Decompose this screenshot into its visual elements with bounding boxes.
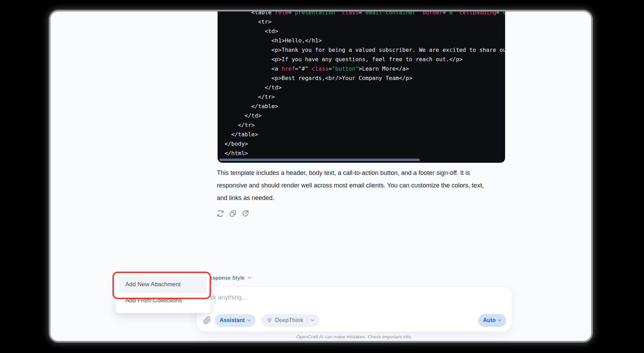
code-line: </td> — [225, 111, 505, 120]
deepthink-label: DeepThink — [275, 317, 304, 323]
code-line: <p>If you have any questions, feel free … — [225, 55, 505, 64]
copy-icon — [229, 210, 237, 217]
chevron-down-icon — [498, 319, 501, 321]
code-line: <h1>Hello,</h1> — [225, 36, 505, 45]
assistant-mode-label: Assistant — [220, 317, 245, 323]
regenerate-icon — [217, 210, 224, 217]
code-block[interactable]: <table role="presentation" class="email-… — [218, 11, 505, 163]
chevron-down-icon — [247, 319, 251, 321]
auto-model-button[interactable]: Auto — [478, 314, 506, 327]
chat-input-card: Ask anything... Assistant — [197, 287, 512, 331]
share-button[interactable] — [242, 210, 249, 217]
chat-input[interactable]: Ask anything... — [206, 294, 247, 301]
code-line: </tr> — [225, 120, 505, 130]
code-line: <a href="#" class="button">Learn More</a… — [225, 64, 505, 73]
code-line: <td> — [225, 26, 505, 36]
code-line: </table> — [225, 130, 505, 139]
copy-button[interactable] — [229, 210, 237, 217]
code-line: <tr> — [225, 17, 505, 26]
app-window: <table role="presentation" class="email-… — [50, 11, 591, 341]
attach-file-button[interactable] — [203, 316, 211, 324]
response-style-label: Response Style — [206, 275, 245, 281]
screenshot-frame: <table role="presentation" class="email-… — [0, 0, 644, 353]
lightbulb-icon — [266, 317, 273, 323]
regenerate-button[interactable] — [217, 210, 224, 217]
code-content: <table role="presentation" class="email-… — [218, 11, 505, 158]
chevron-down-icon — [311, 319, 314, 321]
code-line: </tr> — [225, 92, 505, 102]
menu-item-add-new-attachment[interactable]: Add New Attachment — [119, 276, 207, 293]
auto-model-label: Auto — [483, 317, 496, 323]
disclaimer: OpenCraft AI can make mistakes. Check im… — [197, 334, 512, 339]
menu-item-add-from-collections[interactable]: Add From Collections — [119, 293, 207, 308]
composer-toolbar: Assistant DeepThink Auto — [202, 314, 506, 327]
paperclip-icon — [203, 316, 211, 324]
code-line: </td> — [225, 83, 505, 92]
attachment-menu: Add New AttachmentAdd From Collections — [116, 274, 210, 313]
code-line: </html> — [225, 149, 505, 158]
deepthink-toggle-button[interactable]: DeepThink — [261, 314, 319, 327]
response-style-dropdown[interactable]: Response Style — [206, 275, 251, 281]
code-line: </table> — [225, 102, 505, 111]
code-line: <table role="presentation" class="email-… — [225, 11, 505, 17]
code-line: <p>Best regards,<br/>Your Company Team</… — [225, 73, 505, 83]
attachment-menu-items: Add New AttachmentAdd From Collections — [119, 276, 207, 308]
share-icon — [242, 210, 249, 217]
divider — [307, 318, 307, 323]
message-actions — [217, 210, 249, 217]
assistant-paragraph: This template includes a header, body te… — [217, 167, 513, 204]
code-line: </body> — [225, 139, 505, 149]
code-horizontal-scrollbar-thumb[interactable] — [219, 159, 420, 161]
chevron-down-icon — [248, 276, 251, 279]
code-line: <p>Thank you for being a valued subscrib… — [225, 45, 505, 55]
assistant-mode-button[interactable]: Assistant — [215, 314, 256, 327]
